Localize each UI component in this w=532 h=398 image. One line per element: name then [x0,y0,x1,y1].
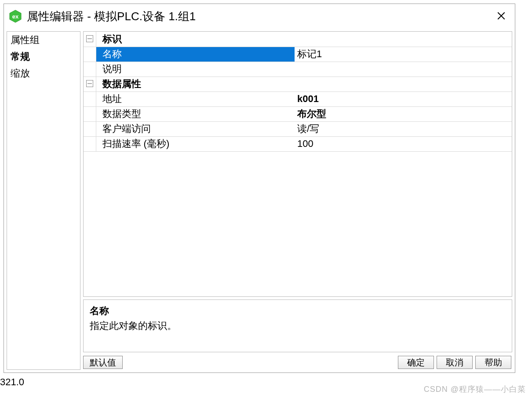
prop-value[interactable]: 布尔型 [295,106,512,121]
cancel-button[interactable]: 取消 [437,356,473,369]
property-grid: 标识 名称 说明 [83,31,512,297]
row-address[interactable]: 地址 k001 [84,91,512,106]
group-data-attributes[interactable]: 数据属性 [84,77,512,91]
ok-button[interactable]: 确定 [398,356,434,369]
description-text: 指定此对象的标识。 [90,319,506,332]
main-panel: 标识 名称 说明 [83,31,512,370]
close-icon[interactable] [492,7,510,26]
app-icon: ex [8,9,22,23]
prop-key: 扫描速率 (毫秒) [96,136,295,151]
prop-key: 客户端访问 [96,121,295,136]
description-title: 名称 [90,304,506,318]
group-label: 标识 [96,32,512,47]
prop-key: 地址 [96,91,295,106]
group-identity[interactable]: 标识 [84,32,512,47]
button-row: 默认值 确定 取消 帮助 [83,355,512,370]
prop-value[interactable]: k001 [295,91,512,106]
sidebar-item-scale[interactable]: 缩放 [7,65,80,82]
sidebar-header: 属性组 [7,32,80,48]
prop-value[interactable] [295,62,512,77]
row-description[interactable]: 说明 [84,62,512,77]
sidebar-item-general[interactable]: 常规 [7,48,80,65]
prop-key: 名称 [96,47,295,62]
prop-key: 数据类型 [96,106,295,121]
status-number: 321.0 [0,376,24,388]
row-datatype[interactable]: 数据类型 布尔型 [84,106,512,121]
watermark: CSDN @程序猿——小白菜 [424,384,526,394]
titlebar: ex 属性编辑器 - 模拟PLC.设备 1.组1 [4,4,515,29]
property-editor-window: ex 属性编辑器 - 模拟PLC.设备 1.组1 属性组 常规 缩放 标识 [4,4,515,373]
dialog-body: 属性组 常规 缩放 标识 名称 [4,29,515,372]
svg-text:ex: ex [12,13,19,20]
minus-icon[interactable] [86,35,93,42]
row-name[interactable]: 名称 [84,47,512,62]
row-client-access[interactable]: 客户端访问 读/写 [84,121,512,136]
description-panel: 名称 指定此对象的标识。 [83,299,512,352]
prop-value[interactable]: 100 [295,136,512,151]
defaults-button[interactable]: 默认值 [83,356,123,369]
row-scan-rate[interactable]: 扫描速率 (毫秒) 100 [84,136,512,151]
prop-key: 说明 [96,62,295,77]
group-label: 数据属性 [96,77,512,91]
sidebar: 属性组 常规 缩放 [7,31,80,370]
window-title: 属性编辑器 - 模拟PLC.设备 1.组1 [27,9,196,24]
name-input[interactable] [297,47,512,62]
help-button[interactable]: 帮助 [475,356,511,369]
prop-value[interactable]: 读/写 [295,121,512,136]
minus-icon[interactable] [86,80,93,87]
